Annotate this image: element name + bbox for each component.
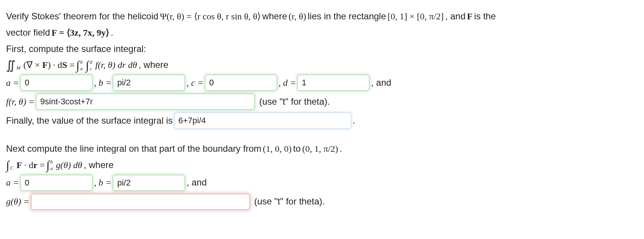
psi-expression: Ψ(r, θ) = ⟨r cos θ, r sin θ, θ⟩ (160, 10, 261, 23)
input-a[interactable] (20, 75, 92, 91)
integral-icon: ∫ (46, 159, 50, 171)
inner-lower: c (90, 66, 92, 71)
label-g: g(θ) = (6, 195, 30, 208)
intro-line-2: vector field F = ⟨3z, 7x, 9y⟩ . (6, 26, 638, 39)
intro-text-5: is the (474, 10, 496, 23)
inner-integral: ∫ d c (86, 59, 94, 71)
F-expression: F = ⟨3z, 7x, 9y⟩ (52, 26, 109, 39)
lineint-heading: Next compute the line integral on that p… (6, 142, 638, 156)
input-b[interactable] (113, 75, 185, 91)
outer-limits: b a (80, 60, 83, 71)
intro-text-3: lies in the rectangle (308, 10, 386, 23)
lineint-input-a[interactable] (20, 175, 92, 191)
intro-text-2: where (262, 10, 287, 23)
doubleint-op: ∬ (6, 59, 16, 71)
intro-text-1: Verify Stokes' theorem for the helicoid (6, 10, 158, 23)
intro-text-7: . (111, 26, 113, 39)
problem-container: Verify Stokes' theorem for the helicoid … (0, 0, 644, 228)
integral-icon: ∫ (86, 59, 89, 71)
surface-limits-row: a = , b = , c = , d = , and (6, 75, 638, 91)
lineint-heading-mid: to (293, 142, 301, 156)
surface-heading-text: First, compute the surface integral: (6, 42, 146, 56)
label-d: , d = (278, 76, 296, 90)
lineint-label-b: , b = (94, 176, 111, 189)
lineint-upper: b (50, 159, 53, 164)
surface-heading: First, compute the surface integral: (6, 42, 638, 56)
integral-icon: ∫ (6, 159, 9, 171)
where-text: , where (139, 58, 169, 72)
label-b: , b = (94, 76, 111, 90)
r-theta: (r, θ) (289, 10, 306, 23)
outer-upper: b (80, 60, 83, 64)
intro-line-1: Verify Stokes' theorem for the helicoid … (6, 10, 638, 23)
curl-F-dS: (∇ × F) · dS = (23, 58, 75, 72)
surface-f-row: f(r, θ) = (use "t" for theta). (6, 94, 638, 110)
doubleint-symbol: ∬ M (6, 59, 22, 71)
intro-text-4: , and (445, 10, 465, 23)
surface-result-suffix: . (353, 114, 355, 127)
lineint-heading-prefix: Next compute the line integral on that p… (6, 142, 261, 156)
input-c[interactable] (205, 75, 277, 91)
label-a: a = (6, 76, 19, 90)
surface-integrand: f(r, θ) dr dθ (95, 58, 137, 72)
integral-icon: ∫ (76, 59, 80, 71)
lineint-symbol: ∫ C (6, 159, 15, 171)
outer-integral: ∫ b a (76, 59, 84, 71)
label-surface-result: Finally, the value of the surface integr… (6, 114, 173, 127)
lineint-label-and: , and (186, 176, 206, 189)
lineint-limits-row: a = , b = , and (6, 175, 638, 191)
label-c: , c = (186, 76, 203, 90)
lineint-lower: a (50, 166, 53, 171)
intro-text-6: vector field (6, 26, 50, 39)
lineint-sub: C (10, 165, 14, 172)
lineint-where: , where (84, 159, 114, 172)
surface-integral-eq: ∬ M (∇ × F) · dS = ∫ b a ∫ d c f(r, θ) d… (6, 58, 638, 72)
lineint-eq: ∫ C F · dr = ∫ b a g(θ) dθ , where (6, 159, 638, 172)
input-g[interactable] (31, 194, 250, 210)
lineint-rhs-integral: ∫ b a (46, 159, 54, 171)
outer-lower: a (80, 66, 83, 71)
input-surface-result[interactable] (174, 113, 351, 129)
lineint-integrand: g(θ) dθ (56, 159, 83, 172)
rectangle-expr: [0, 1] × [0, π/2] (388, 10, 444, 23)
hint-g: (use "t" for theta). (254, 195, 325, 208)
inner-upper: d (90, 60, 92, 64)
F-dot-dr: F · dr = (16, 159, 45, 172)
doubleint-sub: M (16, 64, 20, 72)
input-f[interactable] (36, 94, 255, 110)
label-f: f(r, θ) = (6, 95, 34, 108)
lineint-limits: b a (50, 159, 53, 171)
lineint-heading-suffix: . (340, 142, 342, 156)
input-d[interactable] (297, 75, 369, 91)
point-1: (1, 0, 0) (263, 142, 292, 156)
inner-limits: d c (90, 60, 92, 71)
surface-result-row: Finally, the value of the surface integr… (6, 113, 638, 129)
lineint-g-row: g(θ) = (use "t" for theta). (6, 194, 638, 210)
point-2: (0, 1, π/2) (302, 142, 338, 156)
label-and: , and (371, 76, 391, 90)
hint-f: (use "t" for theta). (259, 95, 330, 108)
lineint-input-b[interactable] (113, 175, 185, 191)
lineint-label-a: a = (6, 176, 19, 189)
F-symbol: F (467, 10, 473, 23)
